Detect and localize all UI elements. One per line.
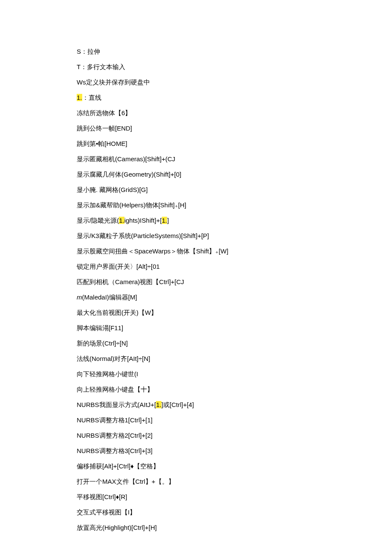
text-run: 显示/K3藏粒子系统(ParticleSystems)[Shift]+[P] <box>77 232 209 239</box>
text-run: 显示股藏空间扭曲＜SpaceWarps＞物体【Shift】₊[W] <box>77 247 228 255</box>
text-line: 交互式平移视图【I】 <box>77 508 315 517</box>
text-line: NURBS我面显示方式(AItJ+[1.]或[Ctrl]+[4] <box>77 400 315 409</box>
text-line: 平移视图[Ctrl]♦[R] <box>77 492 315 501</box>
text-run: 跳到第•帕[HOME] <box>77 140 127 147</box>
text-run: 跳到公终一帧[END] <box>77 125 132 132</box>
text-run: 显示腐藏几何体(Geometry)(Shift]+[0] <box>77 171 181 178</box>
text-run: 打开一个MAX文件【Ctrl】+【。】 <box>77 478 175 485</box>
text-line: 显示/K3藏粒子系统(ParticleSystems)[Shift]+[P] <box>77 231 315 240</box>
text-run: 新的场景(Ctrl]÷[N] <box>77 340 128 347</box>
text-run: 显示加&藏帮助(Helpers)物体[Shift]₊[H] <box>77 201 186 209</box>
text-line: 放置高光(Highlight)[Ctrl]+[H] <box>77 523 315 532</box>
text-line: 1.：直线 <box>77 93 315 102</box>
document-body: S：拉伸T：多行文本输入Ws定义块并保存到硬盘中1.：直线冻结所选物体【6】跳到… <box>77 47 315 532</box>
text-line: 向下轻推网格小键世(I <box>77 369 315 378</box>
text-line: 跳到公终一帧[END] <box>77 124 315 133</box>
text-line: 锁定用户界面(开关〉[Alt]÷[01 <box>77 262 315 271</box>
text-run: Ws定义块并保存到硬盘中 <box>77 78 150 86</box>
text-line: 匹配到相机（Camera)视图【Ctrl]+[CJ <box>77 277 315 286</box>
text-line: 冻结所选物体【6】 <box>77 108 315 117</box>
text-line: T：多行文本输入 <box>77 62 315 71</box>
text-run: 冻结所选物体【6】 <box>77 109 131 116</box>
text-line: 显小腌. 藏网格(GridS)[G] <box>77 185 315 194</box>
text-run: ：直线 <box>82 94 101 101</box>
text-run: NURBS调整方格3[Ctrl]+[3] <box>77 447 153 454</box>
text-line: NURBS调整方格2[Ctrl]+[2] <box>77 431 315 440</box>
text-run: T：多行文本输入 <box>77 63 125 70</box>
text-run: 偏移捕获[Alt]+[Ctrl]♦【空格】 <box>77 462 159 470</box>
text-run: ] <box>167 217 169 224</box>
text-run: S：拉伸 <box>77 48 100 55</box>
text-run: 锁定用户界面(开关〉[Alt]÷[01 <box>77 263 160 270</box>
text-line: NURBS调整方格3[Ctrl]+[3] <box>77 446 315 455</box>
highlighted-text: 1. <box>156 401 161 408</box>
text-line: 偏移捕获[Alt]+[Ctrl]♦【空格】 <box>77 462 315 471</box>
text-line: 打开一个MAX文件【Ctrl】+【。】 <box>77 477 315 486</box>
text-run: NURBS调整方格1[Ctrl]+[1] <box>77 416 153 424</box>
text-run: 平移视图[Ctrl]♦[R] <box>77 493 127 500</box>
text-line: 新的场景(Ctrl]÷[N] <box>77 339 315 348</box>
text-line: 跳到第•帕[HOME] <box>77 139 315 148</box>
text-run: m <box>77 293 82 301</box>
text-line: Ws定义块并保存到硬盘中 <box>77 78 315 87</box>
highlighted-text: 1. <box>77 94 82 101</box>
text-run: NURBS我面显示方式(AItJ+[ <box>77 401 156 408</box>
text-line: 显示加&藏帮助(Helpers)物体[Shift]₊[H] <box>77 200 315 209</box>
text-line: m(MaledaI)编辑器[M] <box>77 293 315 302</box>
text-run: 显示匿藏相机(Cameras)[Shift]+(CJ <box>77 155 175 163</box>
text-run: 显示/隐畿光源( <box>77 217 119 224</box>
text-run: 向下轻推网格小键世(I <box>77 370 138 378</box>
text-run: ]或[Ctrl]+[4] <box>161 401 194 408</box>
text-run: NURBS调整方格2[Ctrl]+[2] <box>77 432 153 439</box>
text-line: 最大化当前视图(开关)【W】 <box>77 308 315 317</box>
text-run: 向上轻推网格小键盘【十】 <box>77 386 153 393</box>
text-run: 最大化当前视图(开关)【W】 <box>77 309 157 316</box>
text-run: (MaledaI)编辑器[M] <box>82 293 137 301</box>
text-line: 显示腐藏几何体(Geometry)(Shift]+[0] <box>77 170 315 179</box>
text-run: 法线(Normal)对齐[AIt]÷[N] <box>77 355 150 362</box>
text-line: S：拉伸 <box>77 47 315 56</box>
text-line: NURBS调整方格1[Ctrl]+[1] <box>77 416 315 424</box>
text-run: 脚本编辑溻[F11] <box>77 324 123 331</box>
text-line: 向上轻推网格小键盘【十】 <box>77 385 315 394</box>
text-run: 显小腌. 藏网格(GridS)[G] <box>77 186 148 193</box>
document-page: S：拉伸T：多行文本输入Ws定义块并保存到硬盘中1.：直线冻结所选物体【6】跳到… <box>0 0 392 555</box>
text-line: 显示匿藏相机(Cameras)[Shift]+(CJ <box>77 154 315 163</box>
text-line: 法线(Normal)对齐[AIt]÷[N] <box>77 354 315 363</box>
text-run: 放置高光(Highlight)[Ctrl]+[H] <box>77 524 157 531</box>
text-run: 匹配到相机（Camera)视图【Ctrl]+[CJ <box>77 278 184 285</box>
text-run: ights)IShift]+[ <box>124 217 162 224</box>
text-line: 脚本编辑溻[F11] <box>77 323 315 332</box>
text-line: 显示/隐畿光源(1.ights)IShift]+[1.] <box>77 216 315 225</box>
text-line: 显示股藏空间扭曲＜SpaceWarps＞物体【Shift】₊[W] <box>77 247 315 256</box>
text-run: 交互式平移视图【I】 <box>77 509 136 516</box>
highlighted-text: 1. <box>119 217 124 224</box>
highlighted-text: 1. <box>162 217 167 224</box>
